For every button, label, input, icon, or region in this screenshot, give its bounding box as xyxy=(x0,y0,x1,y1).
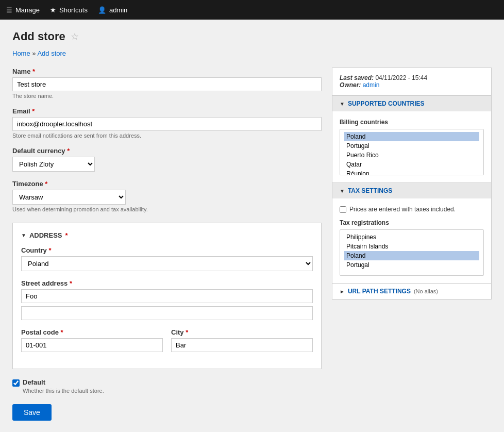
supported-countries-collapse-icon: ▼ xyxy=(340,101,345,107)
default-label: Default xyxy=(23,378,104,386)
street-input-1[interactable] xyxy=(21,289,313,303)
favorite-icon[interactable]: ☆ xyxy=(71,31,79,42)
default-checkbox[interactable] xyxy=(12,379,20,387)
postal-field-group: Postal code * xyxy=(21,328,163,352)
right-column: Last saved: 04/11/2022 - 15:44 Owner: ad… xyxy=(332,68,492,300)
street-required-marker: * xyxy=(70,279,72,287)
url-path-header[interactable]: ► URL PATH SETTINGS (No alias) xyxy=(332,284,491,299)
breadcrumb-current[interactable]: Add store xyxy=(37,49,66,57)
no-alias-label: (No alias) xyxy=(414,288,438,294)
timezone-label: Timezone * xyxy=(12,180,322,188)
tax-settings-title: TAX SETTINGS xyxy=(348,187,392,194)
manage-label: Manage xyxy=(15,6,40,14)
manage-button[interactable]: ☰ Manage xyxy=(6,6,40,14)
currency-required-marker: * xyxy=(67,147,70,155)
owner-row: Owner: admin xyxy=(340,81,484,89)
breadcrumb: Home » Add store xyxy=(12,49,492,57)
info-card-top: Last saved: 04/11/2022 - 15:44 Owner: ad… xyxy=(332,68,491,95)
breadcrumb-home[interactable]: Home xyxy=(12,49,30,57)
city-label: City * xyxy=(171,328,313,336)
shortcuts-label: Shortcuts xyxy=(59,6,88,14)
prices-tax-label: Prices are entered with taxes included. xyxy=(349,206,456,213)
currency-field-group: Default currency * Polish Zloty Euro US … xyxy=(12,147,322,172)
address-section: ▼ ADDRESS * Country * Poland Germany Fra… xyxy=(12,223,322,369)
tax-registrations-listbox[interactable]: Philippines Pitcairn Islands Poland Port… xyxy=(340,229,484,276)
street-input-2[interactable] xyxy=(21,306,313,320)
email-hint: Store email notifications are sent from … xyxy=(12,132,322,139)
supported-countries-header[interactable]: ▼ SUPPORTED COUNTRIES xyxy=(332,96,491,111)
owner-link[interactable]: admin xyxy=(363,81,380,89)
country-required-marker: * xyxy=(48,246,51,254)
name-hint: The store name. xyxy=(12,93,322,99)
owner-label: Owner: xyxy=(340,81,361,89)
star-icon: ★ xyxy=(50,6,56,14)
email-input[interactable] xyxy=(12,117,322,131)
timezone-required-marker: * xyxy=(45,180,47,188)
street-label: Street address * xyxy=(21,279,313,287)
email-required-marker: * xyxy=(32,107,35,115)
left-column: Name * The store name. Email * Store ema… xyxy=(12,68,322,421)
postal-city-row: Postal code * City * xyxy=(21,328,313,360)
name-input[interactable] xyxy=(12,77,322,91)
last-saved-value: 04/11/2022 - 15:44 xyxy=(375,74,427,81)
info-card: Last saved: 04/11/2022 - 15:44 Owner: ad… xyxy=(332,68,492,300)
main-layout: Name * The store name. Email * Store ema… xyxy=(12,68,492,421)
default-row: Default Whether this is the default stor… xyxy=(12,378,322,394)
email-field-group: Email * Store email notifications are se… xyxy=(12,107,322,139)
save-button[interactable]: Save xyxy=(12,404,52,421)
address-required-marker: * xyxy=(65,231,68,239)
name-required-marker: * xyxy=(32,68,35,75)
country-select[interactable]: Poland Germany France xyxy=(21,256,313,271)
postal-input[interactable] xyxy=(21,338,163,352)
postal-required-marker: * xyxy=(61,328,63,336)
last-saved-row: Last saved: 04/11/2022 - 15:44 xyxy=(340,74,484,81)
prices-tax-checkbox[interactable] xyxy=(340,206,346,213)
city-field-group: City * xyxy=(171,328,313,352)
supported-countries-title: SUPPORTED COUNTRIES xyxy=(348,100,425,107)
page-title-row: Add store ☆ xyxy=(12,30,492,43)
tax-settings-collapse-icon: ▼ xyxy=(340,188,345,194)
shortcuts-button[interactable]: ★ Shortcuts xyxy=(50,6,88,14)
name-label: Name * xyxy=(12,68,322,75)
supported-countries-section: ▼ SUPPORTED COUNTRIES Billing countries … xyxy=(332,95,491,182)
country-label: Country * xyxy=(21,246,313,254)
user-icon: 👤 xyxy=(98,6,106,14)
billing-countries-listbox[interactable]: Poland Portugal Puerto Rico Qatar Réunio… xyxy=(340,129,484,175)
supported-countries-body: Billing countries Poland Portugal Puerto… xyxy=(332,111,491,182)
manage-icon: ☰ xyxy=(6,6,12,14)
tax-settings-body: Prices are entered with taxes included. … xyxy=(332,198,491,283)
email-label: Email * xyxy=(12,107,322,115)
default-hint: Whether this is the default store. xyxy=(23,388,104,394)
street-field-group: Street address * xyxy=(21,279,313,320)
timezone-hint: Used when determining promotion and tax … xyxy=(12,206,322,212)
url-path-section: ► URL PATH SETTINGS (No alias) xyxy=(332,283,491,299)
currency-select[interactable]: Polish Zloty Euro US Dollar xyxy=(12,157,95,172)
postal-label: Postal code * xyxy=(21,328,163,336)
url-path-title: URL PATH SETTINGS xyxy=(348,288,411,295)
country-field-group: Country * Poland Germany France xyxy=(21,246,313,271)
url-path-expand-icon: ► xyxy=(340,289,345,294)
name-field-group: Name * The store name. xyxy=(12,68,322,99)
tax-settings-header[interactable]: ▼ TAX SETTINGS xyxy=(332,183,491,198)
page-title: Add store xyxy=(12,30,65,43)
city-required-marker: * xyxy=(186,328,188,336)
page-wrapper: Add store ☆ Home » Add store Name * The … xyxy=(0,20,504,431)
timezone-field-group: Timezone * Warsaw UTC London Used when d… xyxy=(12,180,322,212)
admin-button[interactable]: 👤 admin xyxy=(98,6,127,14)
address-collapse-icon[interactable]: ▼ xyxy=(21,232,26,238)
timezone-select[interactable]: Warsaw UTC London xyxy=(12,190,126,205)
tax-checkbox-row: Prices are entered with taxes included. xyxy=(340,206,484,213)
billing-countries-label: Billing countries xyxy=(340,119,484,126)
tax-settings-section: ▼ TAX SETTINGS Prices are entered with t… xyxy=(332,182,491,283)
topnav: ☰ Manage ★ Shortcuts 👤 admin xyxy=(0,0,504,20)
city-input[interactable] xyxy=(171,338,313,352)
currency-label: Default currency * xyxy=(12,147,322,155)
admin-label: admin xyxy=(109,6,127,14)
tax-registrations-label: Tax registrations xyxy=(340,219,484,226)
last-saved-label: Last saved: xyxy=(340,74,374,81)
address-section-title: ▼ ADDRESS * xyxy=(21,231,313,239)
